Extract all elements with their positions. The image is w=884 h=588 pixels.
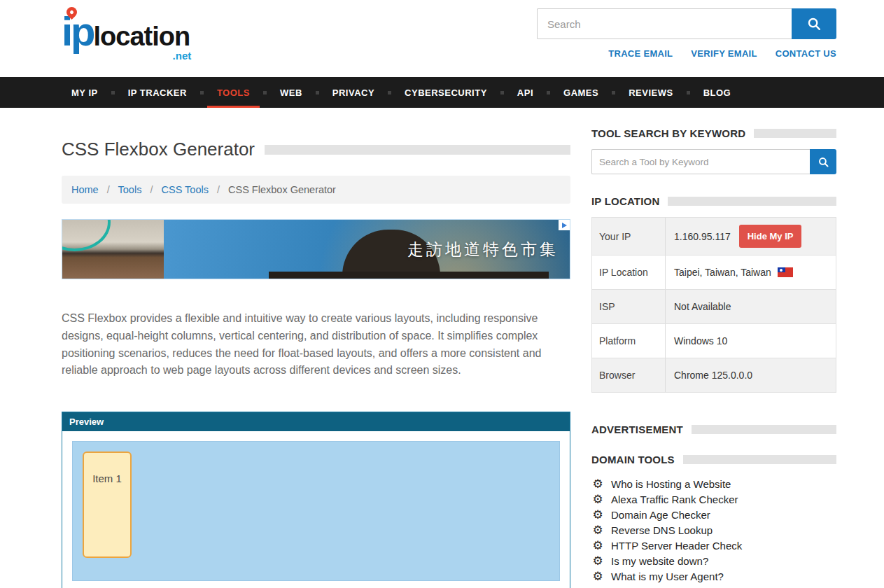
nav-item-tools[interactable]: TOOLS — [207, 77, 260, 108]
row-label: Platform — [592, 324, 666, 358]
nav-item-blog[interactable]: BLOG — [694, 77, 741, 108]
ip-location-heading: IP LOCATION — [591, 195, 659, 207]
row-value: 1.160.95.117 Hide My IP — [666, 218, 836, 255]
table-row-platform: Platform Windows 10 — [592, 324, 836, 358]
row-value: Windows 10 — [666, 324, 836, 358]
header-search-input[interactable] — [537, 8, 792, 39]
domain-tool-reverse-dns-link[interactable]: Reverse DNS Lookup — [611, 523, 713, 538]
ad-left-photo — [62, 220, 164, 279]
domain-tool-hosting-link[interactable]: Who is Hosting a Website — [611, 477, 731, 492]
ip-location-value: Taipei, Taiwan, Taiwan — [674, 267, 771, 278]
preview-panel: Preview Item 1 — [62, 412, 570, 588]
site-header: iplocation .net TRACE EMAIL VERIFY EMAIL… — [0, 0, 884, 77]
nav-separator — [687, 91, 690, 94]
title-decoration-bar — [265, 145, 570, 155]
browser-value: Chrome 125.0.0.0 — [674, 370, 752, 381]
row-value: Not Available — [666, 290, 836, 323]
nav-separator — [500, 91, 504, 94]
flex-item-1: Item 1 — [83, 451, 132, 558]
nav-separator — [388, 91, 391, 94]
domain-tool-website-down-link[interactable]: Is my website down? — [611, 554, 708, 569]
nav-item-cybersecurity[interactable]: CYBERSECURITY — [395, 77, 497, 108]
ad-building-base — [269, 272, 549, 279]
breadcrumb-css-tools[interactable]: CSS Tools — [161, 184, 208, 195]
breadcrumb-separator: / — [107, 184, 110, 195]
domain-tool-user-agent-link[interactable]: What is my User Agent? — [611, 569, 724, 584]
breadcrumb-tools[interactable]: Tools — [118, 184, 142, 195]
heading-decoration-bar — [754, 129, 836, 138]
tool-search-heading-row: TOOL SEARCH BY KEYWORD — [591, 127, 836, 139]
table-row-isp: ISP Not Available — [592, 290, 836, 324]
domain-tools-heading-row: DOMAIN TOOLS — [591, 454, 836, 465]
ad-info-icon[interactable] — [559, 220, 570, 230]
nav-item-reviews[interactable]: REVIEWS — [619, 77, 682, 108]
row-value: Chrome 125.0.0.0 — [666, 358, 836, 392]
header-links: TRACE EMAIL VERIFY EMAIL CONTACT US — [537, 48, 836, 59]
your-ip-value: 1.160.95.117 — [674, 231, 731, 242]
search-icon — [818, 156, 829, 168]
preview-header-label: Preview — [62, 412, 570, 431]
verify-email-link[interactable]: VERIFY EMAIL — [691, 48, 757, 59]
ad-banner[interactable]: 走訪地道特色市集 — [62, 219, 570, 279]
main-nav: MY IP IP TRACKER TOOLS WEB PRIVACY CYBER… — [0, 77, 884, 108]
taiwan-flag-icon — [778, 267, 793, 277]
flex-container-demo: Item 1 — [72, 441, 560, 581]
nav-separator — [612, 91, 615, 94]
nav-item-ip-tracker[interactable]: IP TRACKER — [118, 77, 197, 108]
nav-separator — [111, 91, 115, 94]
domain-tool-alexa-link[interactable]: Alexa Traffic Rank Checker — [611, 492, 738, 507]
title-row: CSS Flexbox Generator — [62, 139, 570, 160]
hide-my-ip-button[interactable]: Hide My IP — [739, 225, 802, 248]
list-item: Who is Hosting a Website — [591, 477, 836, 492]
gear-icon — [591, 477, 604, 492]
trace-email-link[interactable]: TRACE EMAIL — [608, 48, 673, 59]
heading-decoration-bar — [668, 197, 836, 206]
breadcrumb-current: CSS Flexbox Generator — [228, 184, 336, 195]
domain-tool-age-link[interactable]: Domain Age Checker — [611, 507, 710, 523]
ip-info-table: Your IP 1.160.95.117 Hide My IP IP Locat… — [591, 217, 836, 393]
advertisement-heading-row: ADVERTISEMENT — [591, 424, 836, 435]
gear-icon — [591, 538, 604, 554]
row-label: Browser — [592, 358, 666, 392]
isp-value: Not Available — [674, 301, 731, 312]
table-row-browser: Browser Chrome 125.0.0.0 — [592, 358, 836, 392]
nav-item-my-ip[interactable]: MY IP — [62, 77, 108, 108]
gear-icon — [591, 507, 604, 523]
ad-caption: 走訪地道特色市集 — [407, 239, 559, 260]
domain-tool-http-header-link[interactable]: HTTP Server Header Check — [611, 538, 742, 554]
tool-search — [591, 149, 836, 174]
breadcrumb-separator: / — [217, 184, 220, 195]
heading-decoration-bar — [692, 425, 836, 434]
header-search-button[interactable] — [792, 8, 836, 39]
nav-separator — [200, 91, 204, 94]
breadcrumb-separator: / — [150, 184, 153, 195]
row-label: Your IP — [592, 218, 666, 255]
breadcrumb: Home / Tools / CSS Tools / CSS Flexbox G… — [62, 176, 570, 204]
list-item: Is my website down? — [591, 554, 836, 569]
ad-photo: 走訪地道特色市集 — [164, 220, 570, 279]
logo-ip-text: ip — [62, 8, 94, 54]
nav-item-games[interactable]: GAMES — [554, 77, 608, 108]
table-row-ip-location: IP Location Taipei, Taiwan, Taiwan — [592, 255, 836, 290]
contact-us-link[interactable]: CONTACT US — [776, 48, 836, 59]
nav-item-web[interactable]: WEB — [270, 77, 312, 108]
intro-paragraph: CSS Flexbox provides a flexible and intu… — [62, 310, 570, 379]
site-logo[interactable]: iplocation .net — [62, 11, 190, 52]
preview-body: Item 1 — [62, 431, 570, 588]
logo-tld-text: .net — [173, 50, 192, 61]
list-item: Domain Age Checker — [591, 507, 836, 523]
gear-icon — [591, 523, 604, 538]
tool-search-button[interactable] — [810, 149, 836, 174]
advertisement-heading: ADVERTISEMENT — [591, 424, 683, 435]
nav-separator — [547, 91, 550, 94]
list-item: Alexa Traffic Rank Checker — [591, 492, 836, 507]
page-title: CSS Flexbox Generator — [62, 139, 255, 160]
nav-item-privacy[interactable]: PRIVACY — [323, 77, 384, 108]
tool-search-input[interactable] — [591, 149, 810, 174]
breadcrumb-home[interactable]: Home — [71, 184, 99, 195]
ip-location-heading-row: IP LOCATION — [591, 195, 836, 207]
nav-item-api[interactable]: API — [507, 77, 543, 108]
nav-separator — [263, 91, 267, 94]
domain-tools-list: Who is Hosting a Website Alexa Traffic R… — [591, 477, 836, 584]
row-label: IP Location — [592, 255, 666, 289]
